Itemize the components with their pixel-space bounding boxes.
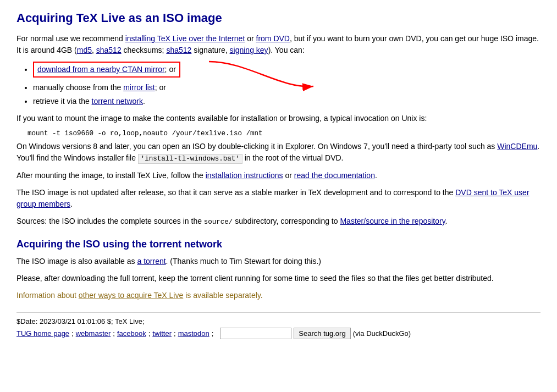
iso-stable-text: The ISO image is not updated after relea… [16,188,455,197]
sources-mid: subdirectory, corresponding to [233,217,340,225]
other-ways-link[interactable]: other ways to acquire TeX Live [79,291,183,300]
intro-checksums: checksums; [122,46,167,54]
installer-code: 'install-tl-windows.bat' [138,154,242,164]
windows-para: On Windows versions 8 and later, you can… [16,141,541,164]
intro-comma: , [92,46,96,54]
section2-title: Acquiring the ISO using the torrent netw… [16,239,541,250]
tug-home-link[interactable]: TUG home page [16,329,69,338]
facebook-link[interactable]: facebook [117,329,146,338]
read-docs-link[interactable]: read the documentation [294,171,375,180]
signing-key-link[interactable]: signing key [230,46,268,54]
mirror-list-link[interactable]: mirror list [123,83,155,92]
intro-paragraph: For normal use we recommend installing T… [16,33,541,56]
info-pre: Information about [16,291,79,300]
page-title: Acquiring TeX Live as an ISO image [16,11,541,25]
red-arrow [203,56,324,95]
windows-pre: On Windows versions 8 and later, you can… [16,142,497,151]
mounting-para: After mounting the image, to install TeX… [16,170,541,181]
intro-text: For normal use we recommend [16,34,125,43]
info-end: is available separately. [183,291,262,300]
bullet2-rest: ; or [155,83,166,92]
bullet2-pre: manually choose from the [33,83,123,92]
mastodon-link[interactable]: mastodon [178,329,209,338]
sep1: ; [71,329,74,338]
sep3: ; [148,329,151,338]
sources-para: Sources: the ISO includes the complete s… [16,216,541,228]
download-options-list: download from a nearby CTAN mirror; or m… [33,62,541,107]
sep5: ; [212,329,214,338]
intro-or: or [245,34,256,43]
sha512a-link[interactable]: sha512 [96,46,122,54]
install-instructions-link[interactable]: installation instructions [206,171,283,180]
search-button[interactable]: Search tug.org [294,328,350,339]
webmaster-link[interactable]: webmaster [76,329,111,338]
sources-pre: Sources: the ISO includes the complete s… [16,217,204,225]
torrent-end: . (Thanks much to Tim Stewart for doing … [166,257,321,266]
from-dvd-link[interactable]: from DVD [256,34,290,43]
torrent-pre: The ISO image is also available as [16,257,137,266]
install-internet-link[interactable]: installing TeX Live over the Internet [125,34,245,43]
footer-links-row: TUG home page; webmaster; facebook; twit… [16,328,541,339]
bullet-list-container: download from a nearby CTAN mirror; or m… [16,62,541,107]
mounting-pre: After mounting the image, to install TeX… [16,171,206,180]
iso-stable-end: . [70,200,73,208]
sources-end: . [445,217,448,225]
ctan-mirror-link[interactable]: download from a nearby CTAN mirror [37,65,165,74]
wincdemu-link[interactable]: WinCDEmu [497,142,537,151]
sources-code: source/ [204,218,233,226]
bullet3-rest: . [143,97,145,106]
twitter-link[interactable]: twitter [152,329,172,338]
sha512b-link[interactable]: sha512 [166,46,191,54]
iso-stable-para: The ISO image is not updated after relea… [16,187,541,210]
bullet3-pre: retrieve it via the [33,97,92,106]
intro-end: ). You can: [268,46,305,54]
torrent-seed-para: Please, after downloading the full torre… [16,273,541,284]
windows-end: in the root of the virtual DVD. [242,153,344,162]
bullet1-rest: ; or [165,65,176,74]
mount-command: mount -t iso9660 -o ro,loop,noauto /your… [27,130,541,137]
mount-para: If you want to mount the image to make t… [16,113,541,124]
footer-date: $Date: 2023/03/21 01:01:06 $; TeX Live; [16,317,541,325]
info-line: Information about other ways to acquire … [16,290,541,301]
torrent-network-link[interactable]: torrent network [92,97,143,106]
search-input[interactable] [220,328,291,339]
mounting-end: . [375,171,377,180]
highlight-box: download from a nearby CTAN mirror; or [33,62,180,78]
intro-sig: signature, [191,46,229,54]
bullet3-item: retrieve it via the torrent network. [33,96,541,107]
bullet1-item: download from a nearby CTAN mirror; or [33,62,541,78]
torrent-para: The ISO image is also available as a tor… [16,256,541,267]
master-source-link[interactable]: Master/source in the repository [340,217,445,225]
via-text: (via DuckDuckGo) [353,329,411,338]
md5-link[interactable]: md5 [77,46,92,54]
sep2: ; [113,329,115,338]
torrent-link[interactable]: a torrent [137,257,166,266]
sep4: ; [174,329,176,338]
mounting-mid: or [283,171,294,180]
footer: $Date: 2023/03/21 01:01:06 $; TeX Live; … [16,312,541,339]
